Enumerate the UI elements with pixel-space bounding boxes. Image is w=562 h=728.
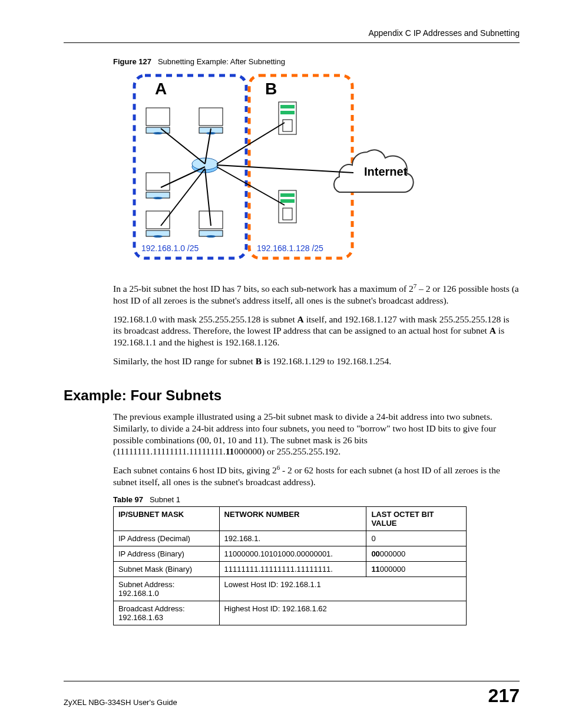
cell: 11000000.10101000.00000001. bbox=[219, 546, 366, 561]
pc-icon bbox=[146, 211, 170, 238]
running-header: Appendix C IP Addresses and Subnetting bbox=[64, 28, 520, 42]
bold-text: 11 bbox=[226, 446, 234, 456]
table-row: IP Address (Binary) 11000000.10101000.00… bbox=[114, 546, 467, 561]
col-header: IP/SUBNET MASK bbox=[114, 506, 220, 531]
text-run: is 192.168.1.129 to 192.168.1.254. bbox=[262, 356, 391, 366]
page-number: 217 bbox=[488, 685, 520, 707]
cloud-label: Internet bbox=[364, 165, 408, 178]
pc-icon bbox=[146, 173, 170, 199]
bold-text: B bbox=[256, 356, 262, 366]
link-line bbox=[217, 165, 353, 173]
cell: 00000000 bbox=[366, 546, 467, 561]
svg-rect-18 bbox=[280, 105, 295, 108]
col-header: LAST OCTET BIT VALUE bbox=[366, 506, 467, 531]
pc-icon bbox=[146, 108, 170, 134]
cell: IP Address (Binary) bbox=[114, 546, 220, 561]
cell: 11000000 bbox=[366, 561, 467, 577]
bold-text: 11 bbox=[371, 565, 379, 574]
figure-caption: Figure 127 Subnetting Example: After Sub… bbox=[113, 57, 520, 66]
cell: 192.168.1. bbox=[219, 531, 366, 546]
figure-title: Subnetting Example: After Subnetting bbox=[158, 57, 285, 66]
text-run: 000000 bbox=[380, 549, 405, 558]
subnet-b-ip: 192.168.1.128 /25 bbox=[257, 243, 323, 253]
text-run: Similarly, the host ID range for subnet bbox=[113, 356, 256, 366]
bold-text: 00 bbox=[371, 549, 379, 558]
text-run: 192.168.1.0 with mask 255.255.255.128 is… bbox=[113, 314, 297, 324]
svg-point-5 bbox=[206, 132, 216, 134]
footer-doc-title: ZyXEL NBG-334SH User's Guide bbox=[64, 698, 177, 707]
col-header: NETWORK NUMBER bbox=[219, 506, 366, 531]
svg-rect-0 bbox=[146, 108, 170, 126]
table-number: Table 97 bbox=[113, 495, 143, 504]
text-run: In a 25-bit subnet the host ID has 7 bit… bbox=[113, 284, 414, 294]
header-rule bbox=[64, 42, 520, 43]
svg-rect-3 bbox=[199, 108, 223, 126]
text-run: 000000 bbox=[380, 565, 405, 574]
paragraph: In a 25-bit subnet the host ID has 7 bit… bbox=[113, 283, 520, 307]
figure-diagram: A B bbox=[128, 70, 520, 272]
table-row: Subnet Address: 192.168.1.0 Lowest Host … bbox=[114, 577, 467, 601]
footer-rule bbox=[64, 681, 520, 681]
paragraph: Similarly, the host ID range for subnet … bbox=[113, 355, 520, 367]
svg-rect-6 bbox=[146, 173, 170, 190]
text-run: 000000) or 255.255.255.192. bbox=[234, 446, 340, 456]
cell: Highest Host ID: 192.168.1.62 bbox=[219, 601, 466, 625]
cell: 11111111.11111111.11111111. bbox=[219, 561, 366, 577]
table-caption: Table 97 Subnet 1 bbox=[113, 495, 520, 504]
subnet-label-b: B bbox=[265, 80, 277, 98]
section-heading: Example: Four Subnets bbox=[64, 387, 520, 404]
link-line bbox=[161, 129, 205, 164]
svg-point-11 bbox=[153, 235, 163, 238]
table-row: Broadcast Address: 192.168.1.63 Highest … bbox=[114, 601, 467, 625]
subnet-b-box bbox=[249, 75, 352, 258]
server-icon bbox=[279, 190, 296, 223]
paragraph: 192.168.1.0 with mask 255.255.255.128 is… bbox=[113, 314, 520, 348]
svg-point-2 bbox=[153, 132, 163, 134]
server-icon bbox=[279, 102, 296, 134]
cell: Subnet Address: 192.168.1.0 bbox=[114, 577, 220, 601]
svg-rect-22 bbox=[280, 193, 295, 197]
paragraph: Each subnet contains 6 host ID bits, giv… bbox=[113, 465, 520, 488]
svg-point-8 bbox=[153, 197, 163, 199]
table-header-row: IP/SUBNET MASK NETWORK NUMBER LAST OCTET… bbox=[114, 506, 467, 531]
cell: 0 bbox=[366, 531, 467, 546]
table-title: Subnet 1 bbox=[150, 495, 180, 504]
text-run: Each subnet contains 6 host ID bits, giv… bbox=[113, 465, 277, 475]
svg-point-14 bbox=[206, 235, 216, 238]
paragraph: The previous example illustrated using a… bbox=[113, 411, 520, 457]
svg-rect-9 bbox=[146, 211, 170, 229]
cell: Subnet Mask (Binary) bbox=[114, 561, 220, 577]
bold-text: A bbox=[297, 314, 304, 324]
cell: IP Address (Decimal) bbox=[114, 531, 220, 546]
table-row: IP Address (Decimal) 192.168.1. 0 bbox=[114, 531, 467, 546]
table-row: Subnet Mask (Binary) 11111111.11111111.1… bbox=[114, 561, 467, 577]
svg-rect-19 bbox=[280, 111, 295, 114]
svg-rect-12 bbox=[199, 211, 223, 229]
page-footer: ZyXEL NBG-334SH User's Guide 217 bbox=[64, 681, 520, 707]
cell: Lowest Host ID: 192.168.1.1 bbox=[219, 577, 466, 601]
bold-text: A bbox=[490, 325, 496, 335]
svg-rect-23 bbox=[280, 199, 295, 203]
subnet-table: IP/SUBNET MASK NETWORK NUMBER LAST OCTET… bbox=[113, 506, 467, 625]
subnet-label-a: A bbox=[155, 80, 167, 98]
cell: Broadcast Address: 192.168.1.63 bbox=[114, 601, 220, 625]
figure-number: Figure 127 bbox=[113, 57, 151, 66]
subnet-a-ip: 192.168.1.0 /25 bbox=[141, 243, 199, 253]
